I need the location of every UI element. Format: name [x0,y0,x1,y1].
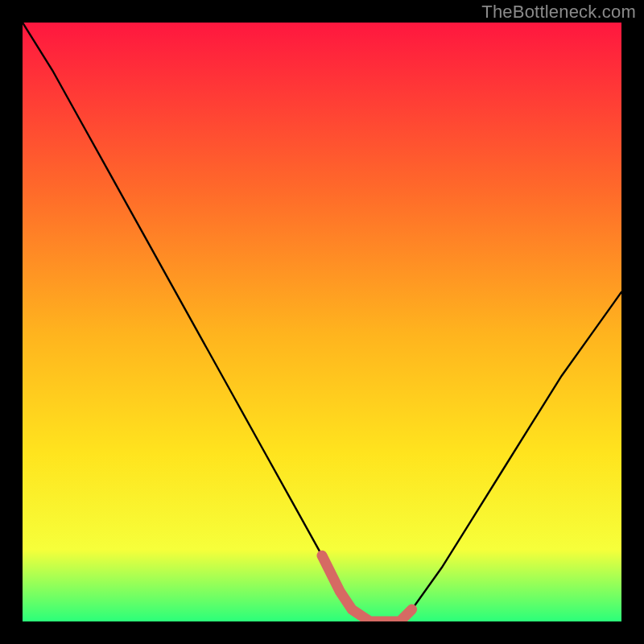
bottleneck-plot [23,23,621,621]
gradient-background [23,23,621,621]
watermark-text: TheBottleneck.com [481,2,636,23]
plot-svg [23,23,621,621]
chart-frame: TheBottleneck.com [0,0,644,644]
